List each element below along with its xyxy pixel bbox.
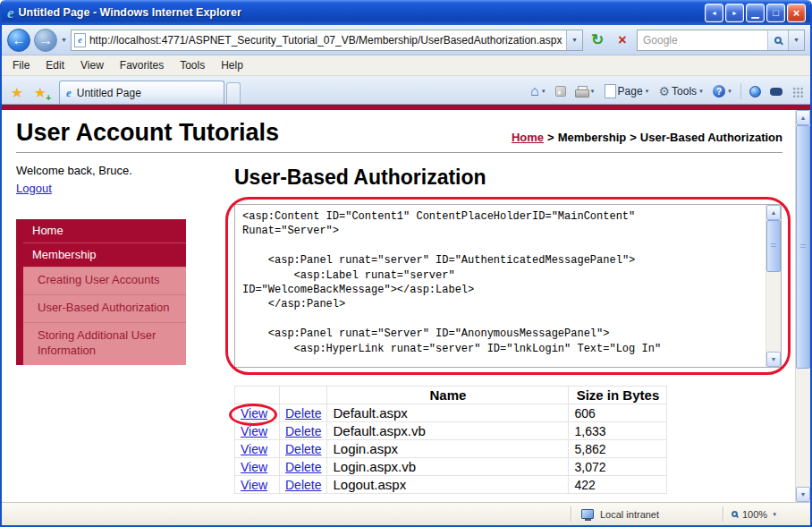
files-table: Name Size in Bytes View Delete Default.a… <box>234 386 667 494</box>
tab-label: Untitled Page <box>77 87 141 99</box>
table-row: View Delete Login.aspx.vb 3,072 <box>235 458 667 476</box>
page-scroll-down-button[interactable]: ▼ <box>796 487 810 502</box>
tab-untitled-page[interactable]: e Untitled Page <box>59 81 224 104</box>
logout-link[interactable]: Logout <box>16 182 52 195</box>
delete-link[interactable]: Delete <box>285 442 321 456</box>
page-icon <box>605 84 616 98</box>
menu-favorites[interactable]: Favorites <box>112 56 172 74</box>
view-link[interactable]: View <box>241 424 267 438</box>
forward-button[interactable]: → <box>34 29 57 52</box>
rss-feed-icon <box>555 86 566 97</box>
sidebar-item-home[interactable]: Home <box>23 219 186 242</box>
printer-icon <box>575 86 588 97</box>
breadcrumb-membership: Membership <box>558 131 627 144</box>
site-navigation: Home Membership Creating User Accounts U… <box>16 219 186 365</box>
favorites-center-button[interactable]: ★ <box>5 81 29 104</box>
page-scroll-up-button[interactable]: ▲ <box>796 110 810 125</box>
new-tab-stub[interactable] <box>226 82 241 104</box>
zoom-control[interactable]: 100% ▼ <box>724 509 810 520</box>
view-link[interactable]: View <box>241 460 267 474</box>
delete-link[interactable]: Delete <box>285 424 321 438</box>
arrow-left-button[interactable]: ◄ <box>705 4 723 22</box>
table-row: View Delete Logout.aspx 422 <box>235 476 667 494</box>
tab-bar: ★ ★ e Untitled Page ⌂ ▼ ▼ Page ▼ ⚙ <box>2 76 810 105</box>
feeds-button[interactable] <box>552 84 570 98</box>
scroll-thumb[interactable] <box>766 220 781 272</box>
close-button[interactable]: × <box>787 4 806 22</box>
page-scroll-track[interactable] <box>796 125 810 487</box>
home-button[interactable]: ⌂ ▼ <box>527 82 550 100</box>
view-link[interactable]: View <box>241 406 267 421</box>
search-input[interactable]: Google ▼ <box>637 30 805 51</box>
page-favicon: e <box>74 33 86 47</box>
page-menu-button[interactable]: Page ▼ <box>601 82 654 100</box>
security-zone: Local intranet <box>572 509 723 520</box>
address-input[interactable]: e http://localhost:4771/ASPNET_Security_… <box>71 30 583 51</box>
menu-tools[interactable]: Tools <box>172 56 213 74</box>
intranet-zone-icon <box>581 509 594 519</box>
address-bar: ← → ▼ e http://localhost:4771/ASPNET_Sec… <box>2 25 810 55</box>
file-size: 422 <box>569 476 667 494</box>
help-icon: ? <box>713 85 725 98</box>
search-button[interactable] <box>767 30 788 50</box>
sidebar: Welcome back, Bruce. Logout Home Members… <box>16 164 199 494</box>
research-icon <box>770 88 782 96</box>
search-placeholder: Google <box>643 34 767 47</box>
stop-button[interactable]: × <box>612 32 633 48</box>
star-icon: ★ <box>11 84 23 101</box>
table-row: View Delete Default.aspx 606 <box>235 404 667 422</box>
sidebar-item-storing-additional-user-information[interactable]: Storing Additional User Information <box>23 322 186 365</box>
help-button[interactable]: ? ▼ <box>709 83 736 99</box>
add-favorite-button[interactable]: ★ <box>29 81 52 104</box>
tools-menu-button[interactable]: ⚙ Tools ▼ <box>656 83 708 99</box>
sidebar-item-creating-user-accounts[interactable]: Creating User Accounts <box>23 267 186 294</box>
table-row: View Delete Login.aspx 5,862 <box>235 440 667 458</box>
delete-link[interactable]: Delete <box>285 460 321 474</box>
address-dropdown-button[interactable]: ▼ <box>566 30 582 50</box>
url-text: http://localhost:4771/ASPNET_Security_Tu… <box>89 34 562 47</box>
column-size: Size in Bytes <box>569 387 667 404</box>
maximize-button[interactable]: □ <box>766 4 785 22</box>
table-header-row: Name Size in Bytes <box>235 387 667 404</box>
status-bar: Local intranet 100% ▼ <box>2 502 810 525</box>
arrow-right-button[interactable]: ► <box>725 4 744 22</box>
sidebar-item-membership[interactable]: Membership <box>23 242 186 267</box>
code-snippet: <asp:Content ID="Content1" ContentPlaceH… <box>235 205 765 367</box>
menu-edit[interactable]: Edit <box>38 56 72 74</box>
view-link[interactable]: View <box>241 442 267 456</box>
research-button[interactable] <box>766 86 786 98</box>
breadcrumb-current: User-Based Authorization <box>640 131 782 144</box>
messenger-button[interactable] <box>746 84 765 99</box>
title-bar: e Untitled Page - Windows Internet Explo… <box>2 0 810 25</box>
search-dropdown-button[interactable]: ▼ <box>788 30 804 50</box>
scroll-down-button[interactable]: ▼ <box>766 352 781 367</box>
sidebar-item-user-based-authorization[interactable]: User-Based Authorization <box>23 294 186 322</box>
window-title: Untitled Page - Windows Internet Explore… <box>19 6 700 19</box>
table-row: View Delete Default.aspx.vb 1,633 <box>235 422 667 440</box>
scroll-up-button[interactable]: ▲ <box>766 205 781 220</box>
tab-favicon: e <box>66 87 72 98</box>
command-bar: ⌂ ▼ ▼ Page ▼ ⚙ Tools ▼ ? ▼ <box>527 82 807 104</box>
delete-link[interactable]: Delete <box>285 478 321 492</box>
file-name: Logout.aspx <box>327 476 569 494</box>
history-dropdown-icon[interactable]: ▼ <box>61 37 67 43</box>
page-scrollbar: ▲ ▼ <box>795 110 810 502</box>
toolbar-grip[interactable] <box>788 84 807 99</box>
page-scroll-thumb[interactable] <box>796 125 810 369</box>
back-button[interactable]: ← <box>7 29 30 52</box>
breadcrumb-home-link[interactable]: Home <box>512 131 544 144</box>
zoom-icon <box>732 511 738 517</box>
home-icon: ⌂ <box>530 84 539 98</box>
view-link[interactable]: View <box>241 478 267 492</box>
menu-view[interactable]: View <box>72 56 112 74</box>
minimize-button[interactable]: ▁ <box>746 4 765 22</box>
header-divider <box>16 152 782 153</box>
scroll-track[interactable] <box>766 220 781 352</box>
delete-link[interactable]: Delete <box>285 406 321 421</box>
refresh-button[interactable]: ↻ <box>587 32 608 48</box>
menu-file[interactable]: File <box>4 56 38 74</box>
file-size: 606 <box>569 404 667 422</box>
menu-help[interactable]: Help <box>213 56 251 74</box>
files-table-wrap: Name Size in Bytes View Delete Default.a… <box>234 386 782 494</box>
print-button[interactable]: ▼ <box>571 84 599 98</box>
